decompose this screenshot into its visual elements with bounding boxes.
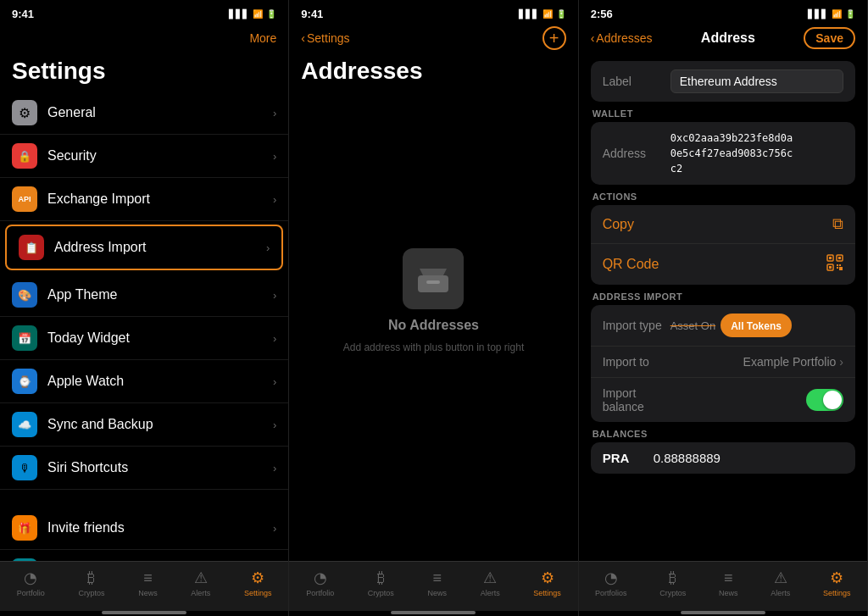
label-input[interactable] bbox=[670, 69, 843, 93]
import-type-option1[interactable]: Asset On bbox=[670, 319, 715, 332]
todaywidget-label: Today Widget bbox=[47, 330, 273, 346]
back-chevron: ‹ bbox=[301, 31, 305, 45]
copy-row[interactable]: Copy ⧉ bbox=[591, 205, 855, 244]
tab-alerts-2[interactable]: ⚠ Alerts bbox=[481, 569, 500, 597]
wallet-section-label: WALLET bbox=[591, 108, 855, 119]
settings-tab-icon-3: ⚙ bbox=[830, 569, 843, 587]
import-type-option2-selected[interactable]: All Tokens bbox=[721, 314, 792, 337]
tab-cryptos-3[interactable]: ₿ Cryptos bbox=[659, 569, 686, 597]
label-card: Label bbox=[591, 61, 855, 102]
exchange-chevron: › bbox=[273, 193, 276, 206]
tab-settings-3[interactable]: ⚙ Settings bbox=[823, 569, 851, 597]
status-bar-1: 9:41 ▋▋▋ 📶 🔋 bbox=[0, 0, 288, 24]
sync-chevron: › bbox=[273, 419, 276, 431]
tab-settings-1[interactable]: ⚙ Settings bbox=[244, 569, 272, 597]
import-type-row: Import type Asset On All Tokens bbox=[591, 305, 855, 347]
signal-icon: ▋▋▋ bbox=[229, 9, 249, 19]
invite-chevron: › bbox=[273, 522, 276, 535]
import-balance-row: Import balance bbox=[591, 378, 855, 422]
back-label: Settings bbox=[307, 31, 350, 45]
balance-pra-row: PRA 0.88888889 bbox=[591, 442, 855, 474]
label-section: Label bbox=[591, 61, 855, 102]
tab-portfolio-1[interactable]: ◔ Portfolio bbox=[17, 569, 45, 597]
cryptos-tab-icon: ₿ bbox=[87, 569, 95, 587]
addresses-title: Addresses bbox=[289, 54, 577, 92]
settings-item-applewatch[interactable]: ⌚ Apple Watch › bbox=[0, 360, 288, 403]
balances-section: BALANCES PRA 0.88888889 bbox=[591, 429, 855, 474]
back-label-3: Addresses bbox=[596, 31, 652, 45]
security-icon: 🔒 bbox=[12, 143, 37, 169]
address-row: Address 0xc02aaa39b223fe8d0a0e5c4f27ead9… bbox=[591, 122, 855, 185]
back-to-settings[interactable]: ‹ Settings bbox=[301, 31, 349, 45]
import-balance-toggle[interactable] bbox=[806, 389, 843, 411]
general-label: General bbox=[47, 105, 273, 120]
news-tab-label-2: News bbox=[427, 589, 447, 597]
import-to-row[interactable]: Import to Example Portfolio › bbox=[591, 347, 855, 378]
settings-item-sync[interactable]: ☁️ Sync and Backup › bbox=[0, 403, 288, 447]
back-to-addresses[interactable]: ‹ Addresses bbox=[591, 31, 653, 45]
actions-card: Copy ⧉ QR Code bbox=[591, 205, 855, 285]
import-section: ADDRESS IMPORT Import type Asset On All … bbox=[591, 291, 855, 422]
tab-cryptos-2[interactable]: ₿ Cryptos bbox=[368, 569, 394, 597]
settings-item-todaywidget[interactable]: 📅 Today Widget › bbox=[0, 317, 288, 360]
settings-item-address[interactable]: 📋 Address Import › bbox=[5, 225, 283, 270]
exchange-icon: API bbox=[12, 186, 37, 212]
siri-icon: 🎙 bbox=[12, 455, 37, 480]
home-indicator-1 bbox=[102, 611, 186, 614]
signal-icon-3: ▋▋▋ bbox=[808, 9, 828, 19]
tab-news-2[interactable]: ≡ News bbox=[427, 569, 447, 597]
balances-card: PRA 0.88888889 bbox=[591, 442, 855, 474]
wifi-icon-3: 📶 bbox=[832, 9, 842, 19]
tab-portfolio-2[interactable]: ◔ Portfolio bbox=[306, 569, 334, 597]
settings-title: Settings bbox=[0, 54, 288, 92]
settings-list: ⚙ General › 🔒 Security › API Exchange Im… bbox=[0, 92, 288, 561]
settings-tab-label-2: Settings bbox=[533, 589, 561, 597]
balance-amount: 0.88888889 bbox=[654, 451, 721, 465]
portfolio-tab-label-2: Portfolio bbox=[306, 589, 334, 597]
import-section-label: ADDRESS IMPORT bbox=[591, 291, 855, 302]
more-button[interactable]: More bbox=[249, 31, 276, 45]
svg-rect-8 bbox=[837, 264, 838, 266]
signal-icon-2: ▋▋▋ bbox=[519, 9, 539, 19]
general-chevron: › bbox=[273, 107, 276, 119]
settings-nav: More bbox=[0, 24, 288, 54]
tab-news-1[interactable]: ≡ News bbox=[138, 569, 158, 597]
tab-settings-2[interactable]: ⚙ Settings bbox=[533, 569, 561, 597]
settings-tab-icon: ⚙ bbox=[251, 569, 264, 587]
settings-item-exchange[interactable]: API Exchange Import › bbox=[0, 178, 288, 221]
add-address-button[interactable]: + bbox=[542, 26, 566, 50]
settings-item-apptheme[interactable]: 🎨 App Theme › bbox=[0, 274, 288, 317]
cryptos-tab-icon-2: ₿ bbox=[377, 569, 385, 587]
general-icon: ⚙ bbox=[12, 100, 37, 125]
alerts-tab-label-2: Alerts bbox=[481, 589, 500, 597]
tab-portfolios-3[interactable]: ◔ Portfolios bbox=[595, 569, 627, 597]
addresses-nav: ‹ Settings + bbox=[289, 24, 577, 54]
settings-item-siri[interactable]: 🎙 Siri Shortcuts › bbox=[0, 447, 288, 490]
settings-item-general[interactable]: ⚙ General › bbox=[0, 92, 288, 135]
news-tab-label-3: News bbox=[719, 589, 738, 597]
portfolios-tab-icon: ◔ bbox=[604, 569, 618, 587]
apptheme-icon: 🎨 bbox=[12, 282, 37, 308]
save-button[interactable]: Save bbox=[804, 27, 855, 49]
tab-alerts-3[interactable]: ⚠ Alerts bbox=[771, 569, 790, 597]
applewatch-label: Apple Watch bbox=[47, 374, 273, 389]
portfolios-tab-label: Portfolios bbox=[595, 589, 627, 597]
copy-icon: ⧉ bbox=[832, 215, 843, 233]
tab-news-3[interactable]: ≡ News bbox=[719, 569, 738, 597]
address-detail-panel: 2:56 ▋▋▋ 📶 🔋 ‹ Addresses Address Save La… bbox=[579, 0, 868, 616]
battery-icon: 🔋 bbox=[266, 9, 276, 19]
qr-row[interactable]: QR Code bbox=[591, 244, 855, 285]
cryptos-tab-icon-3: ₿ bbox=[669, 569, 676, 587]
tab-cryptos-1[interactable]: ₿ Cryptos bbox=[78, 569, 104, 597]
actions-section: ACTIONS Copy ⧉ QR Code bbox=[591, 191, 855, 285]
settings-item-security[interactable]: 🔒 Security › bbox=[0, 135, 288, 178]
status-icons-2: ▋▋▋ 📶 🔋 bbox=[519, 9, 566, 19]
home-indicator-2 bbox=[391, 611, 476, 614]
addresses-panel: 9:41 ▋▋▋ 📶 🔋 ‹ Settings + Addresses No A… bbox=[289, 0, 578, 616]
wifi-icon: 📶 bbox=[253, 9, 263, 19]
tab-alerts-1[interactable]: ⚠ Alerts bbox=[191, 569, 210, 597]
settings-item-invite[interactable]: 🎁 Invite friends › bbox=[0, 507, 288, 550]
alerts-tab-icon-2: ⚠ bbox=[483, 569, 497, 587]
tab-bar-3: ◔ Portfolios ₿ Cryptos ≡ News ⚠ Alerts ⚙… bbox=[579, 561, 867, 611]
settings-item-macos[interactable]: 💻 Get macOS version › bbox=[0, 550, 288, 561]
